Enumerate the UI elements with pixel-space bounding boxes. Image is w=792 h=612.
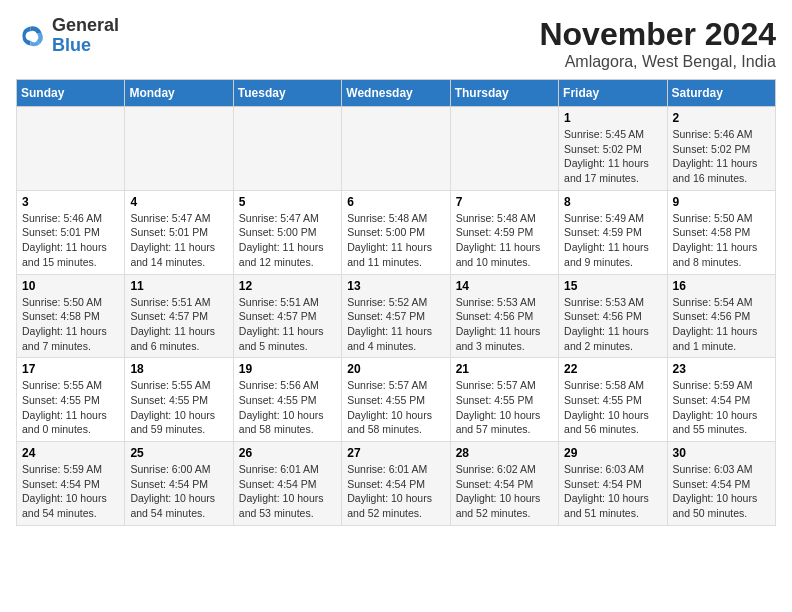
day-detail: Sunrise: 5:48 AM Sunset: 5:00 PM Dayligh… — [347, 211, 444, 270]
title-block: November 2024 Amlagora, West Bengal, Ind… — [539, 16, 776, 71]
day-detail: Sunrise: 5:45 AM Sunset: 5:02 PM Dayligh… — [564, 127, 661, 186]
day-number: 14 — [456, 279, 553, 293]
weekday-header-tuesday: Tuesday — [233, 80, 341, 107]
day-detail: Sunrise: 5:59 AM Sunset: 4:54 PM Dayligh… — [673, 378, 770, 437]
day-detail: Sunrise: 6:03 AM Sunset: 4:54 PM Dayligh… — [564, 462, 661, 521]
day-number: 1 — [564, 111, 661, 125]
day-detail: Sunrise: 5:51 AM Sunset: 4:57 PM Dayligh… — [239, 295, 336, 354]
day-detail: Sunrise: 5:53 AM Sunset: 4:56 PM Dayligh… — [456, 295, 553, 354]
day-number: 24 — [22, 446, 119, 460]
empty-cell — [450, 107, 558, 191]
weekday-header-saturday: Saturday — [667, 80, 775, 107]
day-number: 15 — [564, 279, 661, 293]
day-number: 22 — [564, 362, 661, 376]
day-number: 20 — [347, 362, 444, 376]
day-number: 13 — [347, 279, 444, 293]
empty-cell — [233, 107, 341, 191]
day-detail: Sunrise: 5:57 AM Sunset: 4:55 PM Dayligh… — [456, 378, 553, 437]
day-detail: Sunrise: 5:46 AM Sunset: 5:01 PM Dayligh… — [22, 211, 119, 270]
calendar-day-25: 25Sunrise: 6:00 AM Sunset: 4:54 PM Dayli… — [125, 442, 233, 526]
day-detail: Sunrise: 5:54 AM Sunset: 4:56 PM Dayligh… — [673, 295, 770, 354]
day-number: 9 — [673, 195, 770, 209]
calendar-week-row: 3Sunrise: 5:46 AM Sunset: 5:01 PM Daylig… — [17, 190, 776, 274]
calendar-week-row: 1Sunrise: 5:45 AM Sunset: 5:02 PM Daylig… — [17, 107, 776, 191]
calendar-day-12: 12Sunrise: 5:51 AM Sunset: 4:57 PM Dayli… — [233, 274, 341, 358]
day-number: 7 — [456, 195, 553, 209]
calendar-table: SundayMondayTuesdayWednesdayThursdayFrid… — [16, 79, 776, 526]
day-detail: Sunrise: 5:56 AM Sunset: 4:55 PM Dayligh… — [239, 378, 336, 437]
day-detail: Sunrise: 5:59 AM Sunset: 4:54 PM Dayligh… — [22, 462, 119, 521]
day-detail: Sunrise: 6:01 AM Sunset: 4:54 PM Dayligh… — [347, 462, 444, 521]
calendar-day-23: 23Sunrise: 5:59 AM Sunset: 4:54 PM Dayli… — [667, 358, 775, 442]
calendar-day-10: 10Sunrise: 5:50 AM Sunset: 4:58 PM Dayli… — [17, 274, 125, 358]
calendar-day-9: 9Sunrise: 5:50 AM Sunset: 4:58 PM Daylig… — [667, 190, 775, 274]
calendar-day-30: 30Sunrise: 6:03 AM Sunset: 4:54 PM Dayli… — [667, 442, 775, 526]
calendar-day-8: 8Sunrise: 5:49 AM Sunset: 4:59 PM Daylig… — [559, 190, 667, 274]
calendar-day-19: 19Sunrise: 5:56 AM Sunset: 4:55 PM Dayli… — [233, 358, 341, 442]
calendar-day-27: 27Sunrise: 6:01 AM Sunset: 4:54 PM Dayli… — [342, 442, 450, 526]
calendar-day-20: 20Sunrise: 5:57 AM Sunset: 4:55 PM Dayli… — [342, 358, 450, 442]
day-number: 17 — [22, 362, 119, 376]
weekday-header-sunday: Sunday — [17, 80, 125, 107]
empty-cell — [125, 107, 233, 191]
calendar-day-2: 2Sunrise: 5:46 AM Sunset: 5:02 PM Daylig… — [667, 107, 775, 191]
day-number: 30 — [673, 446, 770, 460]
calendar-day-6: 6Sunrise: 5:48 AM Sunset: 5:00 PM Daylig… — [342, 190, 450, 274]
day-detail: Sunrise: 5:50 AM Sunset: 4:58 PM Dayligh… — [22, 295, 119, 354]
empty-cell — [17, 107, 125, 191]
day-number: 29 — [564, 446, 661, 460]
page-header: General Blue November 2024 Amlagora, Wes… — [16, 16, 776, 71]
day-detail: Sunrise: 5:57 AM Sunset: 4:55 PM Dayligh… — [347, 378, 444, 437]
day-number: 21 — [456, 362, 553, 376]
day-detail: Sunrise: 5:58 AM Sunset: 4:55 PM Dayligh… — [564, 378, 661, 437]
calendar-day-21: 21Sunrise: 5:57 AM Sunset: 4:55 PM Dayli… — [450, 358, 558, 442]
calendar-day-15: 15Sunrise: 5:53 AM Sunset: 4:56 PM Dayli… — [559, 274, 667, 358]
calendar-day-13: 13Sunrise: 5:52 AM Sunset: 4:57 PM Dayli… — [342, 274, 450, 358]
day-detail: Sunrise: 5:55 AM Sunset: 4:55 PM Dayligh… — [130, 378, 227, 437]
calendar-day-4: 4Sunrise: 5:47 AM Sunset: 5:01 PM Daylig… — [125, 190, 233, 274]
day-detail: Sunrise: 5:47 AM Sunset: 5:00 PM Dayligh… — [239, 211, 336, 270]
weekday-header-row: SundayMondayTuesdayWednesdayThursdayFrid… — [17, 80, 776, 107]
calendar-day-26: 26Sunrise: 6:01 AM Sunset: 4:54 PM Dayli… — [233, 442, 341, 526]
empty-cell — [342, 107, 450, 191]
day-detail: Sunrise: 5:50 AM Sunset: 4:58 PM Dayligh… — [673, 211, 770, 270]
day-detail: Sunrise: 6:00 AM Sunset: 4:54 PM Dayligh… — [130, 462, 227, 521]
day-number: 4 — [130, 195, 227, 209]
calendar-day-28: 28Sunrise: 6:02 AM Sunset: 4:54 PM Dayli… — [450, 442, 558, 526]
calendar-day-16: 16Sunrise: 5:54 AM Sunset: 4:56 PM Dayli… — [667, 274, 775, 358]
day-number: 8 — [564, 195, 661, 209]
calendar-week-row: 24Sunrise: 5:59 AM Sunset: 4:54 PM Dayli… — [17, 442, 776, 526]
calendar-day-1: 1Sunrise: 5:45 AM Sunset: 5:02 PM Daylig… — [559, 107, 667, 191]
day-number: 23 — [673, 362, 770, 376]
day-detail: Sunrise: 5:47 AM Sunset: 5:01 PM Dayligh… — [130, 211, 227, 270]
day-detail: Sunrise: 5:48 AM Sunset: 4:59 PM Dayligh… — [456, 211, 553, 270]
calendar-week-row: 17Sunrise: 5:55 AM Sunset: 4:55 PM Dayli… — [17, 358, 776, 442]
calendar-day-11: 11Sunrise: 5:51 AM Sunset: 4:57 PM Dayli… — [125, 274, 233, 358]
day-number: 10 — [22, 279, 119, 293]
logo-text: General Blue — [52, 16, 119, 56]
weekday-header-wednesday: Wednesday — [342, 80, 450, 107]
location-title: Amlagora, West Bengal, India — [539, 53, 776, 71]
day-number: 12 — [239, 279, 336, 293]
calendar-day-3: 3Sunrise: 5:46 AM Sunset: 5:01 PM Daylig… — [17, 190, 125, 274]
logo: General Blue — [16, 16, 119, 56]
day-detail: Sunrise: 5:51 AM Sunset: 4:57 PM Dayligh… — [130, 295, 227, 354]
calendar-day-14: 14Sunrise: 5:53 AM Sunset: 4:56 PM Dayli… — [450, 274, 558, 358]
calendar-day-29: 29Sunrise: 6:03 AM Sunset: 4:54 PM Dayli… — [559, 442, 667, 526]
day-detail: Sunrise: 5:52 AM Sunset: 4:57 PM Dayligh… — [347, 295, 444, 354]
day-number: 3 — [22, 195, 119, 209]
day-detail: Sunrise: 6:01 AM Sunset: 4:54 PM Dayligh… — [239, 462, 336, 521]
day-detail: Sunrise: 5:49 AM Sunset: 4:59 PM Dayligh… — [564, 211, 661, 270]
day-number: 2 — [673, 111, 770, 125]
weekday-header-monday: Monday — [125, 80, 233, 107]
calendar-day-22: 22Sunrise: 5:58 AM Sunset: 4:55 PM Dayli… — [559, 358, 667, 442]
day-number: 25 — [130, 446, 227, 460]
day-number: 16 — [673, 279, 770, 293]
day-number: 11 — [130, 279, 227, 293]
weekday-header-thursday: Thursday — [450, 80, 558, 107]
logo-icon — [16, 20, 48, 52]
calendar-day-5: 5Sunrise: 5:47 AM Sunset: 5:00 PM Daylig… — [233, 190, 341, 274]
calendar-day-18: 18Sunrise: 5:55 AM Sunset: 4:55 PM Dayli… — [125, 358, 233, 442]
calendar-week-row: 10Sunrise: 5:50 AM Sunset: 4:58 PM Dayli… — [17, 274, 776, 358]
month-title: November 2024 — [539, 16, 776, 53]
